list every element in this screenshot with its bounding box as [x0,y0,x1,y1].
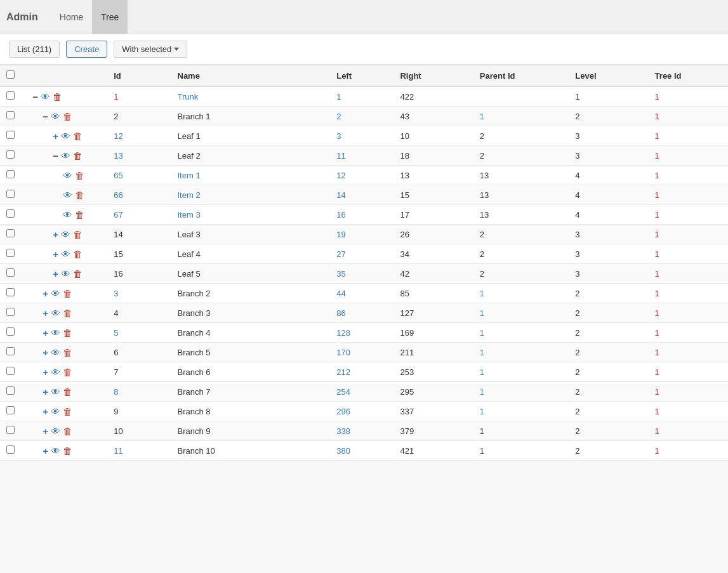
row-checkbox[interactable] [6,268,15,277]
id-link[interactable]: 4 [114,308,118,318]
view-icon[interactable]: 👁 [51,328,60,338]
delete-icon[interactable]: 🗑 [63,112,72,121]
left-link[interactable]: 35 [336,269,345,279]
left-link[interactable]: 128 [336,328,350,338]
delete-icon[interactable]: 🗑 [53,92,62,102]
id-link[interactable]: 8 [114,387,118,397]
with-selected-button[interactable]: With selected [114,41,187,58]
parent-id-link[interactable]: 1 [480,387,484,397]
id-link[interactable]: 14 [114,230,122,239]
view-icon[interactable]: 👁 [51,308,60,318]
left-link[interactable]: 27 [336,249,345,259]
id-link[interactable]: 1 [114,92,118,102]
view-icon[interactable]: 👁 [51,112,60,121]
name-link[interactable]: Branch 10 [178,446,215,456]
view-icon[interactable]: 👁 [61,269,70,279]
name-link[interactable]: Item 3 [178,210,201,220]
view-icon[interactable]: 👁 [61,131,70,141]
id-link[interactable]: 3 [114,289,118,298]
tree-id-link[interactable]: 1 [655,112,659,121]
view-icon[interactable]: 👁 [61,151,70,161]
view-icon[interactable]: 👁 [51,367,60,377]
parent-id-link[interactable]: 1 [480,348,484,357]
expand-icon[interactable]: + [53,269,58,279]
create-button[interactable]: Create [66,41,107,58]
parent-id-link[interactable]: 1 [480,407,484,416]
tree-id-link[interactable]: 1 [655,446,659,456]
tree-id-link[interactable]: 1 [655,269,659,279]
name-link[interactable]: Item 1 [178,171,201,180]
tree-id-link[interactable]: 1 [655,131,659,141]
row-checkbox[interactable] [6,386,15,395]
name-link[interactable]: Branch 9 [178,426,211,436]
view-icon[interactable]: 👁 [63,190,72,200]
view-icon[interactable]: 👁 [51,387,60,397]
parent-id-link[interactable]: 1 [480,426,484,436]
expand-icon[interactable]: + [43,328,48,338]
parent-id-link[interactable]: 1 [480,289,484,298]
left-link[interactable]: 44 [336,289,345,298]
parent-id-link[interactable]: 13 [480,171,489,180]
tree-id-link[interactable]: 1 [655,92,659,102]
parent-id-link[interactable]: 2 [480,249,484,259]
tree-id-link[interactable]: 1 [655,407,659,416]
row-checkbox[interactable] [6,445,15,454]
name-link[interactable]: Branch 2 [178,289,211,298]
expand-icon[interactable]: + [43,387,48,397]
tree-id-link[interactable]: 1 [655,387,659,397]
expand-icon[interactable]: + [43,308,48,318]
view-icon[interactable]: 👁 [51,289,60,298]
parent-id-link[interactable]: 13 [480,210,489,220]
id-link[interactable]: 5 [114,328,118,338]
parent-id-link[interactable]: 2 [480,131,484,141]
name-link[interactable]: Branch 4 [178,328,211,338]
row-checkbox[interactable] [6,406,15,414]
parent-id-link[interactable]: 13 [480,190,489,200]
parent-id-link[interactable]: 1 [480,446,484,456]
tree-id-link[interactable]: 1 [655,328,659,338]
name-link[interactable]: Branch 3 [178,308,211,318]
delete-icon[interactable]: 🗑 [63,328,72,338]
delete-icon[interactable]: 🗑 [63,348,72,357]
id-link[interactable]: 16 [114,269,122,279]
name-link[interactable]: Leaf 2 [178,151,201,161]
delete-icon[interactable]: 🗑 [63,308,72,318]
delete-icon[interactable]: 🗑 [75,190,84,200]
view-icon[interactable]: 👁 [51,446,60,456]
id-link[interactable]: 2 [114,112,118,121]
tree-id-link[interactable]: 1 [655,171,659,180]
select-all-checkbox[interactable] [6,70,15,79]
tree-id-link[interactable]: 1 [655,367,659,377]
collapse-icon[interactable]: − [53,151,58,161]
view-icon[interactable]: 👁 [63,210,72,220]
name-link[interactable]: Branch 6 [178,367,211,377]
expand-icon[interactable]: + [53,230,58,239]
delete-icon[interactable]: 🗑 [63,387,72,397]
row-checkbox[interactable] [6,367,15,375]
delete-icon[interactable]: 🗑 [75,171,84,180]
tree-id-link[interactable]: 1 [655,230,659,239]
tree-id-link[interactable]: 1 [655,190,659,200]
name-link[interactable]: Branch 1 [178,112,211,121]
id-link[interactable]: 15 [114,249,122,259]
name-link[interactable]: Leaf 3 [178,230,201,239]
id-link[interactable]: 12 [114,131,122,141]
delete-icon[interactable]: 🗑 [75,210,84,220]
parent-id-link[interactable]: 2 [480,269,484,279]
row-checkbox[interactable] [6,91,15,100]
expand-icon[interactable]: + [43,348,48,357]
row-checkbox[interactable] [6,327,15,336]
delete-icon[interactable]: 🗑 [73,230,83,239]
name-link[interactable]: Leaf 1 [178,131,201,141]
expand-icon[interactable]: + [43,426,48,436]
row-checkbox[interactable] [6,229,15,237]
row-checkbox[interactable] [6,209,15,218]
parent-id-link[interactable]: 1 [480,308,484,318]
expand-icon[interactable]: + [53,249,58,259]
left-link[interactable]: 1 [336,92,341,102]
view-icon[interactable]: 👁 [51,426,60,436]
id-link[interactable]: 67 [114,210,122,220]
left-link[interactable]: 254 [336,387,350,397]
delete-icon[interactable]: 🗑 [63,289,72,298]
tree-id-link[interactable]: 1 [655,348,659,357]
